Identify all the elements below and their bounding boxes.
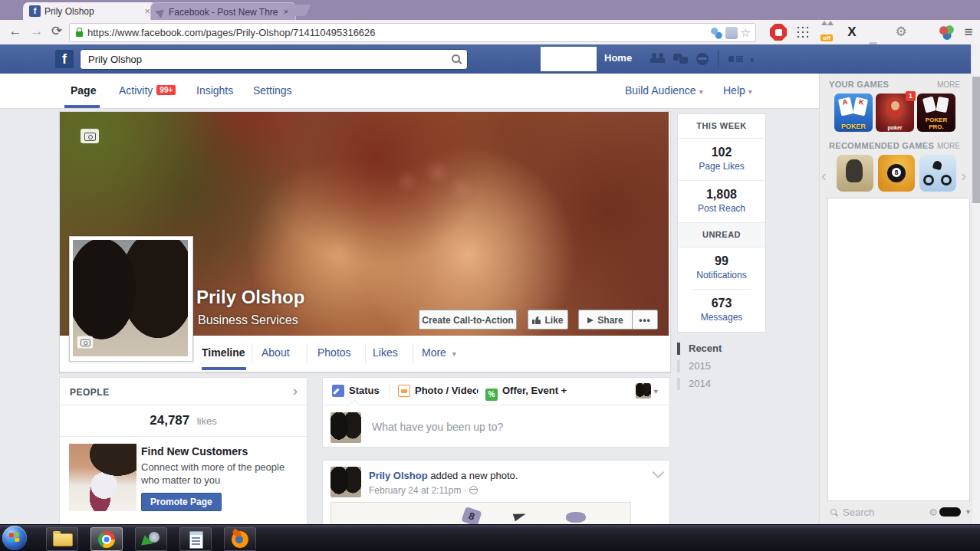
help-menu[interactable]: Help▾: [723, 84, 752, 97]
game-label: POKER PRO.: [917, 116, 955, 130]
grid-extension-icon[interactable]: [794, 24, 811, 41]
browser-tab-active[interactable]: f Prily Olshop ×: [23, 2, 156, 20]
cat-extension-icon[interactable]: off: [819, 24, 836, 41]
game-label: POKER: [834, 123, 873, 130]
network-tool-icon: [143, 532, 159, 547]
game-ak-poker[interactable]: A K POKER: [834, 93, 873, 132]
offer-event-tab[interactable]: %Offer, Event +: [485, 385, 567, 401]
scrollbar-thumb[interactable]: [972, 77, 980, 203]
caret-down-icon: ▾: [452, 349, 456, 358]
update-cover-camera-icon[interactable]: [81, 129, 99, 143]
chat-search-icon: [830, 509, 837, 515]
post-reach-stat: 1,808 Post Reach: [678, 181, 765, 222]
page-action-icon[interactable]: [725, 27, 738, 39]
game-8-ball-pool[interactable]: 8: [878, 155, 915, 192]
nav-likes[interactable]: Likes: [373, 346, 398, 359]
nav-timeline[interactable]: Timeline: [202, 346, 245, 359]
nav-more[interactable]: More ▾: [422, 346, 456, 359]
tab-settings[interactable]: Settings: [253, 84, 292, 97]
share-button[interactable]: Share: [578, 310, 632, 330]
address-bar[interactable]: https://www.facebook.com/pages/Prily-Ols…: [69, 23, 756, 42]
notifications-globe-icon[interactable]: [696, 53, 712, 64]
promote-page-button[interactable]: Promote Page: [141, 493, 222, 511]
your-games-more-link[interactable]: MORE: [937, 80, 960, 89]
search-input[interactable]: [87, 50, 427, 69]
game-label: poker: [876, 125, 914, 130]
messages-link[interactable]: Messages: [678, 312, 765, 323]
taskbar-netcut-button[interactable]: [135, 527, 167, 551]
page-likes-link[interactable]: Page Likes: [678, 161, 765, 172]
status-input[interactable]: [370, 418, 657, 436]
tab-page[interactable]: Page: [71, 84, 96, 97]
chat-search-input[interactable]: Search: [843, 507, 874, 518]
nav-about[interactable]: About: [261, 346, 290, 359]
settings-caret-icon[interactable]: ▾: [750, 55, 755, 65]
post-reach-link[interactable]: Post Reach: [678, 203, 765, 214]
adblock-extension-icon[interactable]: [770, 24, 787, 41]
messages-value: 673: [678, 297, 765, 310]
x-extension-icon[interactable]: X: [844, 24, 860, 41]
pencil-icon: [332, 385, 344, 397]
messages-icon[interactable]: [673, 53, 689, 64]
people-extension-icon[interactable]: [939, 24, 955, 41]
tab-activity[interactable]: Activity99+: [119, 84, 176, 97]
update-profile-camera-icon[interactable]: [77, 336, 93, 348]
bookmark-star-icon[interactable]: ☆: [741, 27, 751, 39]
tab-insights[interactable]: Insights: [196, 84, 233, 97]
gear-extension-icon[interactable]: ⚙: [893, 24, 909, 41]
post-options-chevron-icon[interactable]: [653, 467, 665, 479]
friend-requests-icon[interactable]: [650, 53, 666, 64]
timeline-label: 2014: [689, 378, 711, 389]
composer-tabs: Status Photo / Video %Offer, Event + ▾: [323, 378, 669, 405]
chevron-left-icon[interactable]: ‹: [821, 167, 827, 185]
chat-collapse-caret-icon[interactable]: ▾: [966, 507, 970, 516]
nav-divider: [365, 343, 366, 363]
search-icon[interactable]: [452, 54, 460, 63]
taskbar-notepad-button[interactable]: [179, 527, 212, 551]
facebook-favicon: f: [29, 5, 41, 17]
reload-button[interactable]: ⟳: [48, 22, 66, 41]
new-tab-button[interactable]: [286, 5, 311, 16]
chrome-menu-icon[interactable]: ≡: [960, 24, 977, 41]
page-action-icon[interactable]: [710, 27, 722, 39]
create-cta-button[interactable]: Create Call-to-Action: [419, 310, 517, 330]
browser-tab-inactive[interactable]: Facebook - Post New Thre ×: [150, 2, 296, 21]
build-audience-menu[interactable]: Build Audience▾: [625, 84, 703, 97]
chat-options-gear-icon[interactable]: ⚙: [929, 507, 938, 518]
status-tab[interactable]: Status: [332, 385, 380, 397]
browser-toolbar: ← → ⟳ https://www.facebook.com/pages/Pri…: [0, 20, 980, 45]
active-tab-underline: [64, 105, 100, 108]
home-link[interactable]: Home: [604, 52, 632, 64]
taskbar-explorer-button[interactable]: [46, 527, 78, 551]
back-button[interactable]: ←: [6, 22, 25, 41]
like-button[interactable]: Like: [528, 310, 568, 330]
more-actions-button[interactable]: •••: [632, 310, 658, 330]
timeline-marker: [677, 343, 680, 355]
nav-photos[interactable]: Photos: [317, 346, 351, 359]
taskbar-chrome-button[interactable]: [90, 527, 123, 551]
game-poker-pro[interactable]: POKER PRO.: [917, 93, 955, 132]
game-bmx[interactable]: [919, 155, 956, 192]
game-guitar-flash[interactable]: [837, 155, 873, 192]
likes-label: likes: [197, 415, 217, 427]
post-as-selector[interactable]: ▾: [636, 383, 658, 398]
facebook-logo[interactable]: f: [55, 50, 74, 68]
people-header[interactable]: PEOPLE ›: [60, 378, 307, 405]
post-author-link[interactable]: Prily Olshop: [369, 470, 428, 481]
photo-video-tab[interactable]: Photo / Video: [398, 385, 478, 397]
post-timestamp[interactable]: February 24 at 2:11pm ·: [369, 485, 478, 496]
forward-button[interactable]: →: [28, 22, 46, 41]
chevron-right-icon[interactable]: ›: [293, 378, 298, 405]
profile-picture-frame[interactable]: [69, 236, 193, 362]
privacy-shortcuts-icon[interactable]: [728, 54, 744, 64]
facebook-search-box[interactable]: [80, 49, 468, 70]
profile-name-redacted[interactable]: [541, 47, 597, 71]
notifications-link[interactable]: Notifications: [678, 270, 765, 280]
page-scrollbar[interactable]: [971, 44, 980, 524]
recommended-more-link[interactable]: MORE: [937, 142, 960, 150]
taskbar-firefox-button[interactable]: [224, 527, 256, 551]
start-button[interactable]: [2, 526, 27, 550]
post-time-text[interactable]: February 24 at 2:11pm: [369, 485, 462, 496]
chevron-right-icon[interactable]: ›: [961, 167, 966, 185]
close-tab-icon[interactable]: ×: [144, 5, 150, 17]
